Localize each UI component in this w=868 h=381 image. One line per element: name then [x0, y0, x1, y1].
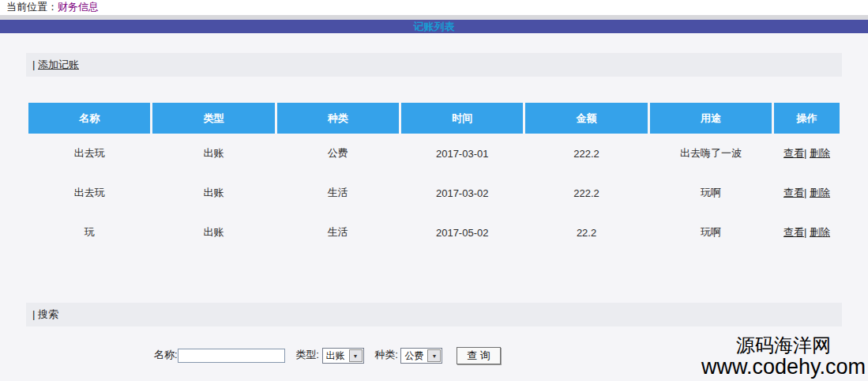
cell-purpose: 出去嗨了一波 — [650, 134, 772, 173]
page-title-bar: 记账列表 — [0, 20, 868, 33]
cell-time: 2017-03-02 — [401, 173, 523, 213]
breadcrumb-prefix: 当前位置： — [6, 1, 58, 13]
column-header: 操作 — [774, 103, 840, 134]
cell-amount: 22.2 — [525, 213, 647, 252]
cell-actions: 查看| 删除 — [774, 173, 840, 213]
table-row: 玩出账生活2017-05-0222.2玩啊查看| 删除 — [28, 213, 840, 252]
type-label: 类型: — [295, 349, 319, 360]
link-separator: | — [804, 226, 810, 238]
column-header: 类型 — [152, 103, 274, 134]
cell-name: 出去玩 — [28, 134, 150, 173]
cell-amount: 222.2 — [525, 173, 647, 213]
table-row: 出去玩出账公费2017-03-01222.2出去嗨了一波查看| 删除 — [28, 134, 840, 173]
kind-select-value: 公费 — [401, 349, 427, 363]
cell-name: 玩 — [28, 213, 150, 252]
type-select[interactable]: 出账 ▼ — [322, 348, 364, 364]
cell-kind: 生活 — [277, 173, 399, 213]
page: 当前位置：财务信息 记账列表 | 添加记账 名称类型种类时间金额用途操作 出去玩… — [0, 0, 868, 381]
search-section-label: 搜索 — [38, 308, 58, 320]
add-record-link[interactable]: 添加记账 — [38, 58, 79, 70]
column-header: 用途 — [650, 103, 772, 134]
link-separator: | — [804, 187, 810, 198]
breadcrumb-link-finance-info[interactable]: 财务信息 — [58, 1, 99, 13]
search-section-bar: | 搜索 — [26, 303, 842, 326]
cell-name: 出去玩 — [28, 173, 150, 213]
search-form: 名称: 类型: 出账 ▼ 种类: 公费 ▼ 查 询 — [0, 347, 735, 364]
cell-time: 2017-03-01 — [401, 134, 523, 173]
kind-select[interactable]: 公费 ▼ — [400, 348, 442, 364]
cell-type: 出账 — [152, 213, 274, 252]
column-header: 种类 — [277, 103, 399, 134]
cell-kind: 生活 — [277, 213, 399, 252]
section-marker: | — [32, 58, 38, 70]
add-record-section-bar: | 添加记账 — [26, 53, 842, 77]
view-link[interactable]: 查看 — [783, 226, 804, 238]
column-header: 名称 — [28, 103, 150, 134]
cell-type: 出账 — [152, 134, 274, 173]
cell-time: 2017-05-02 — [401, 213, 523, 252]
table-body: 出去玩出账公费2017-03-01222.2出去嗨了一波查看| 删除出去玩出账生… — [28, 134, 840, 252]
delete-link[interactable]: 删除 — [810, 226, 830, 238]
cell-amount: 222.2 — [525, 134, 647, 173]
content-area: | 添加记账 名称类型种类时间金额用途操作 出去玩出账公费2017-03-012… — [0, 53, 868, 364]
column-header: 时间 — [401, 103, 523, 134]
type-select-value: 出账 — [323, 349, 349, 363]
cell-actions: 查看| 删除 — [774, 134, 840, 173]
breadcrumb: 当前位置：财务信息 — [0, 0, 868, 15]
cell-purpose: 玩啊 — [650, 173, 772, 213]
search-name-input[interactable] — [178, 349, 285, 363]
delete-link[interactable]: 删除 — [810, 187, 830, 198]
table-row: 出去玩出账生活2017-03-02222.2玩啊查看| 删除 — [28, 173, 840, 213]
query-button[interactable]: 查 询 — [457, 347, 501, 364]
chevron-down-icon[interactable]: ▼ — [427, 349, 441, 362]
kind-label: 种类: — [374, 349, 398, 360]
link-separator: | — [804, 147, 810, 159]
cell-type: 出账 — [152, 173, 274, 213]
view-link[interactable]: 查看 — [783, 187, 804, 198]
records-table: 名称类型种类时间金额用途操作 出去玩出账公费2017-03-01222.2出去嗨… — [26, 103, 842, 252]
table-header-row: 名称类型种类时间金额用途操作 — [28, 103, 840, 134]
name-label: 名称: — [154, 349, 178, 360]
column-header: 金额 — [525, 103, 647, 134]
cell-actions: 查看| 删除 — [774, 213, 840, 252]
delete-link[interactable]: 删除 — [810, 147, 830, 159]
chevron-down-icon[interactable]: ▼ — [349, 349, 363, 362]
view-link[interactable]: 查看 — [783, 147, 804, 159]
section-marker: | — [32, 308, 38, 320]
cell-kind: 公费 — [277, 134, 399, 173]
cell-purpose: 玩啊 — [650, 213, 772, 252]
page-title: 记账列表 — [414, 21, 455, 32]
